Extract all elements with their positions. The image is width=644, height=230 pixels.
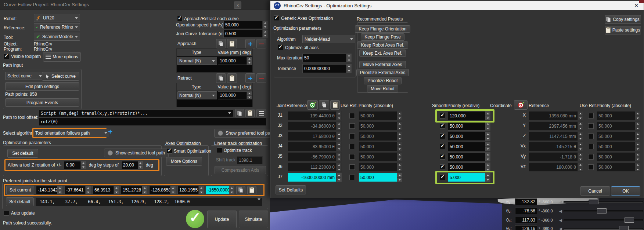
coord-vy-priority-input[interactable]: 50.000: [597, 152, 640, 161]
offset-copy-button[interactable]: [235, 109, 244, 117]
preset-keep-flange-pose[interactable]: Keep Flange Pose: [361, 33, 404, 41]
offset-paste-button[interactable]: [245, 109, 255, 117]
generic-axes-checkbox[interactable]: [274, 15, 279, 21]
approach-paste-button[interactable]: [227, 39, 237, 48]
joints-paste-button[interactable]: [247, 186, 256, 194]
smart-optimization-checkbox[interactable]: [167, 148, 172, 154]
spinner-arrows[interactable]: [142, 186, 147, 194]
dialog-algorithm-dropdown[interactable]: Nelder-Mead: [302, 35, 355, 43]
j4-use-ref-checkbox[interactable]: [349, 144, 355, 149]
joint-2-input[interactable]: -37.6641: [64, 186, 91, 194]
panel-close-button[interactable]: x: [234, 1, 241, 9]
set-default-button[interactable]: Set default: [7, 149, 38, 158]
slider-handle[interactable]: [619, 226, 629, 230]
spinner-arrows[interactable]: [346, 65, 351, 73]
theta4-slider[interactable]: [564, 226, 643, 230]
coord-vz-input[interactable]: 180.000 θ: [529, 163, 583, 172]
retract-copy-button[interactable]: [216, 73, 226, 83]
j6-reference-input[interactable]: 112.23000 θ: [288, 163, 342, 172]
coord-vy-input[interactable]: -1.718 θ: [529, 152, 583, 161]
preset-move-robot[interactable]: Move Robot: [367, 85, 398, 92]
preset-keep-ext-axes-ref[interactable]: Keep Ext. Axes Ref.: [359, 50, 406, 57]
coord-y-input[interactable]: 2397.456 mm: [529, 121, 583, 131]
joints-table-copy-button[interactable]: [319, 100, 329, 110]
spinner-arrows[interactable]: [85, 186, 90, 194]
simulate-button[interactable]: Simulate: [239, 211, 268, 228]
j7-reference-input[interactable]: -1600.00000 mm: [288, 173, 342, 182]
j1-use-ref-checkbox[interactable]: [349, 113, 355, 118]
select-curve-dropdown[interactable]: Select curve: [5, 72, 44, 80]
retract-add-button[interactable]: [245, 73, 255, 83]
j6-smooth-checkbox[interactable]: [440, 164, 445, 170]
j1-priority-rel-input[interactable]: 120.000: [448, 111, 490, 120]
approach-value-input[interactable]: 100.000: [218, 57, 252, 65]
visible-toolpath-checkbox[interactable]: [4, 54, 9, 59]
theta1-value[interactable]: -132.82: [515, 198, 537, 205]
preset-keep-flange-orientation[interactable]: Keep Flange Orientation: [355, 25, 410, 33]
edit-path-settings-button[interactable]: Edit path settings: [5, 82, 79, 91]
offset-script-dropdown[interactable]: Script (mm,deg) transl(x,y,z)*rotz(rz)*.…: [39, 109, 233, 117]
retract-value-input[interactable]: 100.000: [218, 91, 252, 99]
coord-x-input[interactable]: 1398.080 mm: [529, 111, 583, 120]
theta3-slider[interactable]: [564, 218, 643, 223]
join-tolerance-input[interactable]: 0.500: [223, 30, 268, 38]
cancel-button[interactable]: Cancel: [580, 186, 610, 196]
spinner-arrows[interactable]: [229, 186, 234, 194]
j4-smooth-checkbox[interactable]: [440, 144, 445, 149]
coord-z-priority-input[interactable]: 50.000: [597, 132, 640, 141]
j7-smooth-checkbox[interactable]: [440, 175, 445, 180]
offset-expression-input[interactable]: rotZ(0): [39, 118, 266, 126]
step-left-icon[interactable]: [559, 199, 562, 204]
add-algorithm-button[interactable]: [108, 128, 112, 135]
coord-x-priority-input[interactable]: 50.000: [597, 111, 640, 120]
optimize-all-axes-checkbox[interactable]: [278, 45, 283, 50]
coordinate-target-button[interactable]: [514, 100, 528, 110]
show-estimated-toolpath-toggle[interactable]: Show estimated tool path: [104, 149, 169, 157]
operation-speed-input[interactable]: 50.000: [223, 21, 268, 29]
j1-smooth-checkbox[interactable]: [440, 113, 445, 118]
j2-priority-abs-input[interactable]: 50.000: [359, 121, 402, 131]
spinner-arrows[interactable]: [198, 186, 204, 194]
spinner-arrows[interactable]: [247, 92, 252, 99]
joint-6-input[interactable]: 128.1955: [177, 186, 204, 194]
tolerance-input[interactable]: 0.003000000: [302, 64, 352, 73]
theta2-slider[interactable]: [564, 208, 643, 213]
coord-vz-use-ref-checkbox[interactable]: [588, 164, 594, 170]
joints-table-paste-button[interactable]: [330, 100, 340, 110]
j5-use-ref-checkbox[interactable]: [349, 154, 355, 160]
j2-use-ref-checkbox[interactable]: [349, 123, 355, 129]
spinner-arrows[interactable]: [346, 54, 351, 62]
slider-handle[interactable]: [625, 218, 634, 223]
preset-prioritize-external-axes[interactable]: Prioritize External Axes: [356, 69, 409, 76]
theta1-slider[interactable]: [564, 199, 643, 204]
reference-dropdown[interactable]: Reference Rhino: [34, 23, 80, 31]
step-left-icon[interactable]: [559, 208, 562, 213]
spinner-arrows[interactable]: [247, 57, 252, 65]
j2-smooth-checkbox[interactable]: [440, 123, 445, 129]
j3-priority-rel-input[interactable]: 50.000: [448, 132, 490, 141]
select-curve-button[interactable]: Select curve: [42, 72, 79, 81]
preset-prioritize-robot[interactable]: Prioritize Robot: [364, 77, 401, 84]
program-events-button[interactable]: Program Events: [5, 98, 79, 107]
preset-move-external-axes[interactable]: Move External Axes: [359, 61, 406, 68]
set-default-joints-button[interactable]: Set default: [6, 197, 34, 206]
approach-copy-button[interactable]: [216, 39, 226, 48]
step-left-icon[interactable]: [559, 226, 562, 230]
j2-priority-rel-input[interactable]: 50.000: [448, 121, 490, 131]
j4-priority-rel-input[interactable]: 50.000: [448, 142, 490, 151]
approach-remove-button[interactable]: [256, 39, 266, 48]
coord-vx-input[interactable]: -145.215 θ: [529, 142, 583, 151]
preset-keep-robot-axes-ref[interactable]: Keep Robot Axes Ref.: [357, 41, 408, 49]
steps-input[interactable]: 20.00: [121, 161, 143, 169]
close-icon[interactable]: ✕: [632, 3, 640, 8]
tool-dropdown[interactable]: ScannerModele: [34, 33, 80, 41]
theta2-value[interactable]: -76.56: [515, 208, 537, 214]
j4-reference-input[interactable]: -83.95000 θ: [288, 142, 342, 151]
coord-z-use-ref-checkbox[interactable]: [588, 134, 594, 139]
coord-y-use-ref-checkbox[interactable]: [588, 123, 594, 129]
spinner-arrows[interactable]: [262, 30, 267, 37]
coord-x-use-ref-checkbox[interactable]: [588, 113, 594, 118]
spinner-arrows[interactable]: [262, 21, 267, 29]
retract-type-dropdown[interactable]: Normal (N): [177, 91, 217, 99]
j5-priority-abs-input[interactable]: 50.000: [359, 152, 402, 161]
